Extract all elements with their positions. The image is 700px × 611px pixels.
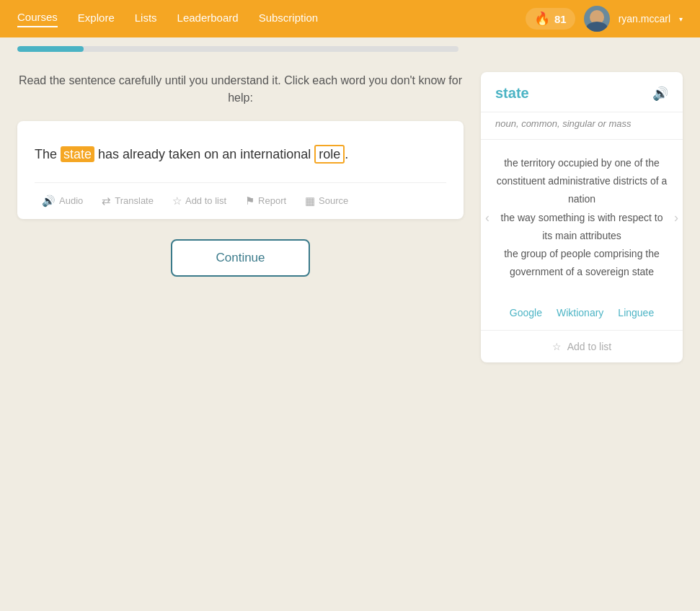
def-line-2: the way something is with respect to its…	[501, 212, 663, 241]
prev-definition-button[interactable]: ‹	[482, 208, 492, 228]
translate-button[interactable]: ⇄ Translate	[94, 190, 161, 212]
source-label: Source	[319, 195, 348, 206]
google-link[interactable]: Google	[510, 307, 542, 318]
dropdown-arrow-icon[interactable]: ▾	[679, 15, 683, 23]
username[interactable]: ryan.mccarl	[619, 13, 670, 24]
definition-add-to-list-button[interactable]: ☆ Add to list	[552, 341, 611, 352]
right-panel: state 🔊 noun, common, singular or mass ‹…	[481, 72, 683, 362]
word-meta: noun, common, singular or mass	[481, 112, 683, 140]
source-button[interactable]: ▦ Source	[298, 190, 355, 212]
nav-courses[interactable]: Courses	[17, 11, 58, 27]
translate-icon: ⇄	[102, 195, 111, 208]
progress-container	[0, 37, 476, 52]
next-definition-button[interactable]: ›	[671, 208, 681, 228]
sentence-card: The state has already taken on an intern…	[17, 121, 464, 219]
nav-subscription[interactable]: Subscription	[259, 12, 319, 27]
main-content: Read the sentence carefully until you un…	[0, 52, 700, 383]
continue-button[interactable]: Continue	[171, 239, 309, 277]
def-line-1: the territory occupied by one of the con…	[497, 157, 668, 205]
word-state[interactable]: state	[61, 146, 94, 162]
report-label: Report	[258, 195, 286, 206]
progress-bar-bg	[17, 46, 458, 52]
sentence-actions: 🔊 Audio ⇄ Translate ☆ Add to list ⚑ Repo…	[35, 182, 446, 219]
add-to-list-button[interactable]: ☆ Add to list	[165, 190, 234, 212]
star-outline-icon: ☆	[552, 341, 562, 352]
sentence-middle: has already taken on an international	[94, 147, 314, 161]
progress-bar-fill	[17, 46, 84, 52]
avatar[interactable]	[584, 6, 610, 32]
definition-card: state 🔊 noun, common, singular or mass ‹…	[481, 72, 683, 362]
definition-add-to-list-section: ☆ Add to list	[481, 330, 683, 362]
streak-count: 81	[554, 13, 567, 25]
audio-icon: 🔊	[42, 195, 56, 208]
linguee-link[interactable]: Linguee	[618, 307, 654, 318]
definition-body: ‹ the territory occupied by one of the c…	[481, 140, 683, 295]
definition-header: state 🔊	[481, 72, 683, 112]
wiktionary-link[interactable]: Wiktionary	[557, 307, 603, 318]
word-role[interactable]: role	[314, 145, 345, 164]
sentence-text: The state has already taken on an intern…	[35, 144, 446, 182]
nav-leaderboard[interactable]: Leaderboard	[177, 12, 239, 27]
definition-word: state	[495, 85, 529, 102]
nav-right: 🔥 81 ryan.mccarl ▾	[526, 6, 683, 32]
definition-text: the territory occupied by one of the con…	[495, 154, 668, 281]
source-icon: ▦	[305, 195, 315, 208]
audio-button[interactable]: 🔊 Audio	[35, 190, 90, 212]
sentence-after: .	[345, 147, 348, 161]
speaker-button[interactable]: 🔊	[652, 86, 668, 102]
navbar: Courses Explore Lists Leaderboard Subscr…	[0, 0, 700, 37]
definition-add-to-list-label: Add to list	[567, 341, 611, 352]
instruction-text: Read the sentence carefully until you un…	[17, 72, 464, 107]
external-links: Google Wiktionary Linguee	[481, 295, 683, 330]
add-to-list-label: Add to list	[185, 195, 226, 206]
streak-badge: 🔥 81	[526, 8, 575, 30]
translate-label: Translate	[115, 195, 154, 206]
left-panel: Read the sentence carefully until you un…	[17, 72, 464, 362]
star-icon: ☆	[172, 195, 182, 208]
nav-links: Courses Explore Lists Leaderboard Subscr…	[17, 11, 526, 27]
nav-lists[interactable]: Lists	[135, 12, 157, 27]
flag-icon: ⚑	[245, 195, 254, 208]
report-button[interactable]: ⚑ Report	[238, 190, 293, 212]
fire-icon: 🔥	[534, 11, 550, 27]
audio-label: Audio	[59, 195, 83, 206]
sentence-before: The	[35, 147, 61, 161]
def-line-3: the group of people comprising the gover…	[504, 248, 660, 277]
nav-explore[interactable]: Explore	[78, 12, 115, 27]
